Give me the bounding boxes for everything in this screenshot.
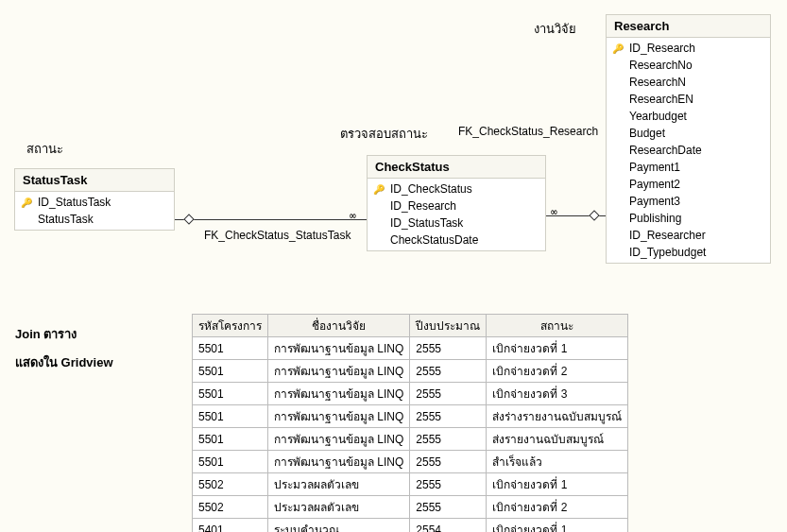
- field-label: Payment2: [629, 178, 680, 191]
- grid-cell: 2555: [410, 383, 487, 405]
- field-payment1[interactable]: Payment1: [607, 159, 770, 176]
- key-icon: 🔑: [19, 196, 34, 209]
- grid-cell: เบิกจ่ายงวดที่ 2: [487, 360, 628, 383]
- grid-cell: การพัฒนาฐานข้อมูล LINQ: [268, 337, 410, 360]
- table-research[interactable]: Research 🔑ID_ResearchResearchNoResearchN…: [606, 14, 771, 264]
- field-id_checkstatus[interactable]: 🔑ID_CheckStatus: [368, 180, 545, 197]
- field-label: ID_StatusTask: [390, 216, 463, 230]
- relation-end-infinity-icon2: ∞: [551, 206, 557, 218]
- field-researchdate[interactable]: ResearchDate: [607, 142, 770, 159]
- grid-cell: 2555: [410, 473, 487, 496]
- grid-cell: การพัฒนาฐานข้อมูล LINQ: [268, 428, 410, 451]
- table-statustask[interactable]: StatusTask 🔑ID_StatusTaskStatusTask: [14, 168, 175, 231]
- grid-cell: ส่งรายงานฉบับสมบูรณ์: [487, 428, 628, 451]
- field-id_research[interactable]: 🔑ID_Research: [607, 40, 770, 57]
- grid-cell: 2555: [410, 428, 487, 451]
- field-label: CheckStatusDate: [390, 233, 478, 247]
- field-label: ID_CheckStatus: [390, 182, 472, 196]
- grid-cell: สำเร็จแล้ว: [487, 451, 628, 473]
- grid-header-cell: ชื่องานวิจัย: [268, 315, 410, 337]
- grid-cell: 5501: [193, 337, 268, 360]
- grid-cell: ส่งร่างรายงานฉบับสมบูรณ์: [487, 405, 628, 428]
- field-label: Yearbudget: [629, 110, 687, 123]
- grid-cell: เบิกจ่ายงวดที่ 1: [487, 473, 628, 496]
- field-label: ResearchDate: [629, 144, 702, 157]
- grid-header-row: รหัสโครงการชื่องานวิจัยปีงบประมาณสถานะ: [193, 315, 628, 337]
- grid-header-cell: รหัสโครงการ: [193, 315, 268, 337]
- field-label: ID_StatusTask: [38, 196, 111, 209]
- grid-cell: 5501: [193, 405, 268, 428]
- grid-cell: เบิกจ่ายงวดที่ 2: [487, 496, 628, 519]
- grid-cell: 5401: [193, 519, 268, 533]
- field-id_statustask[interactable]: 🔑ID_StatusTask: [15, 194, 174, 211]
- relation-end-key-icon: [183, 214, 194, 224]
- field-publishing[interactable]: Publishing: [607, 210, 770, 227]
- field-payment3[interactable]: Payment3: [607, 193, 770, 210]
- label-checkstatus: ตรวจสอบสถานะ: [340, 124, 428, 144]
- field-yearbudget[interactable]: Yearbudget: [607, 108, 770, 125]
- field-researchn[interactable]: ResearchN: [607, 74, 770, 91]
- field-budget[interactable]: Budget: [607, 125, 770, 142]
- grid-cell: 2555: [410, 451, 487, 473]
- field-label: ID_Research: [390, 199, 456, 213]
- field-id_statustask[interactable]: ID_StatusTask: [368, 215, 545, 232]
- field-label: Payment1: [629, 161, 680, 174]
- table-title-research: Research: [607, 15, 770, 38]
- table-body-checkstatus: 🔑ID_CheckStatusID_ResearchID_StatusTaskC…: [368, 179, 545, 250]
- grid-cell: การพัฒนาฐานข้อมูล LINQ: [268, 383, 410, 405]
- label-research: งานวิจัย: [534, 19, 576, 39]
- table-row[interactable]: 5501การพัฒนาฐานข้อมูล LINQ2555สำเร็จแล้ว: [193, 451, 628, 473]
- field-checkstatusdate[interactable]: CheckStatusDate: [368, 232, 545, 249]
- field-label: ResearchEN: [629, 93, 693, 106]
- grid-cell: การพัฒนาฐานข้อมูล LINQ: [268, 360, 410, 383]
- fk-label-statustask: FK_CheckStatus_StatusTask: [204, 229, 351, 242]
- table-row[interactable]: 5501การพัฒนาฐานข้อมูล LINQ2555เบิกจ่ายงว…: [193, 360, 628, 383]
- table-checkstatus[interactable]: CheckStatus 🔑ID_CheckStatusID_ResearchID…: [367, 155, 546, 251]
- field-id_typebudget[interactable]: ID_Typebudget: [607, 244, 770, 261]
- grid-cell: 5501: [193, 383, 268, 405]
- caption-join-line1: Join ตาราง: [15, 324, 77, 344]
- grid-cell: 5501: [193, 360, 268, 383]
- relation-line-statustask-checkstatus: [175, 219, 367, 220]
- table-row[interactable]: 5501การพัฒนาฐานข้อมูล LINQ2555เบิกจ่ายงว…: [193, 337, 628, 360]
- grid-header-cell: สถานะ: [487, 315, 628, 337]
- grid-cell: 2555: [410, 496, 487, 519]
- table-row[interactable]: 5501การพัฒนาฐานข้อมูล LINQ2555ส่งรายงานฉ…: [193, 428, 628, 451]
- relation-end-infinity-icon: ∞: [350, 210, 356, 222]
- field-label: ResearchN: [629, 76, 686, 89]
- field-id_research[interactable]: ID_Research: [368, 197, 545, 215]
- field-label: Budget: [629, 127, 665, 140]
- table-title-checkstatus: CheckStatus: [368, 156, 545, 179]
- table-row[interactable]: 5502ประมวลผลตัวเลข2555เบิกจ่ายงวดที่ 2: [193, 496, 628, 519]
- label-status: สถานะ: [26, 139, 63, 159]
- table-row[interactable]: 5502ประมวลผลตัวเลข2555เบิกจ่ายงวดที่ 1: [193, 473, 628, 496]
- result-grid[interactable]: รหัสโครงการชื่องานวิจัยปีงบประมาณสถานะ 5…: [192, 314, 628, 532]
- relation-end-key-icon2: [589, 210, 599, 220]
- table-row[interactable]: 5501การพัฒนาฐานข้อมูล LINQ2555เบิกจ่ายงว…: [193, 383, 628, 405]
- key-icon: 🔑: [371, 182, 386, 196]
- field-statustask[interactable]: StatusTask: [15, 211, 174, 228]
- grid-cell: 2555: [410, 360, 487, 383]
- grid-cell: 5502: [193, 496, 268, 519]
- table-body-statustask: 🔑ID_StatusTaskStatusTask: [15, 192, 174, 230]
- field-label: ResearchNo: [629, 59, 693, 72]
- field-label: Payment3: [629, 195, 680, 208]
- grid-cell: 5501: [193, 428, 268, 451]
- field-label: ID_Typebudget: [629, 246, 706, 259]
- field-label: StatusTask: [38, 213, 94, 226]
- field-id_researcher[interactable]: ID_Researcher: [607, 227, 770, 244]
- grid-cell: 5502: [193, 473, 268, 496]
- field-researchen[interactable]: ResearchEN: [607, 91, 770, 108]
- table-row[interactable]: 5401ระบบคำนวณ2554เบิกจ่ายงวดที่ 1: [193, 519, 628, 533]
- grid-cell: 2555: [410, 405, 487, 428]
- grid-cell: 2554: [410, 519, 487, 533]
- table-row[interactable]: 5501การพัฒนาฐานข้อมูล LINQ2555ส่งร่างราย…: [193, 405, 628, 428]
- grid-cell: การพัฒนาฐานข้อมูล LINQ: [268, 405, 410, 428]
- field-payment2[interactable]: Payment2: [607, 176, 770, 193]
- fk-label-research: FK_CheckStatus_Research: [458, 125, 598, 138]
- field-researchno[interactable]: ResearchNo: [607, 57, 770, 74]
- grid-cell: 2555: [410, 337, 487, 360]
- key-icon: 🔑: [610, 42, 625, 55]
- grid-cell: การพัฒนาฐานข้อมูล LINQ: [268, 451, 410, 473]
- grid-cell: 5501: [193, 451, 268, 473]
